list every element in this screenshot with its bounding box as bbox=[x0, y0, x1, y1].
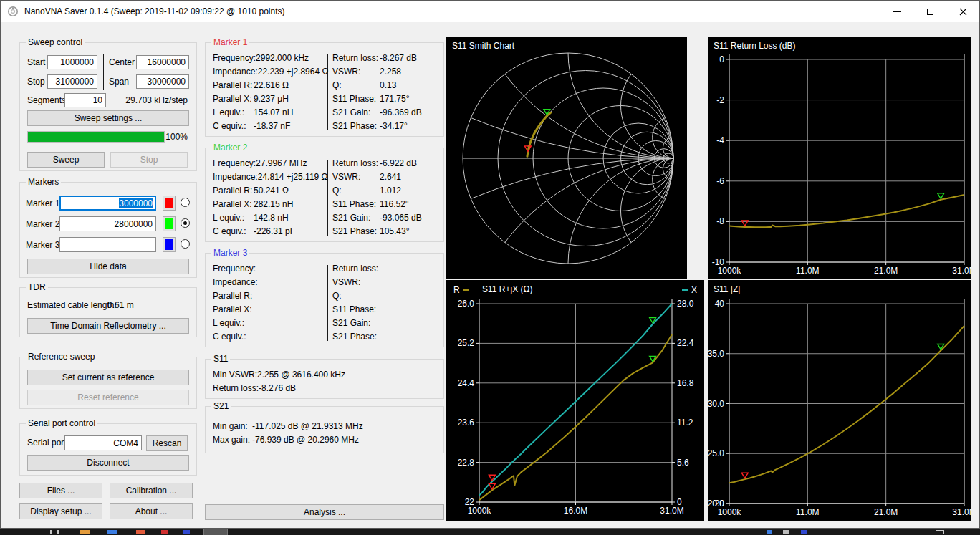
marker-data-row: Parallel R: bbox=[213, 289, 326, 303]
smith-chart[interactable]: S11 Smith Chart bbox=[446, 37, 687, 279]
marker3-data-group: Marker 3 Frequency:Impedance:Parallel R:… bbox=[205, 253, 444, 347]
screen: NanoVNA Saver 0.1.4 (Sweep: 2019-11-02 0… bbox=[0, 0, 980, 535]
min-gain-value: -117.025 dB @ 21.9313 MHz bbox=[252, 420, 363, 433]
marker-data-label: Return loss: bbox=[332, 157, 380, 170]
serial-port-input[interactable]: COM4 bbox=[64, 435, 142, 450]
marker-data-value: 2992.000 kHz bbox=[256, 52, 309, 65]
return-loss-chart[interactable]: S11 Return Loss (dB) 0-2-4-6-8-101000k11… bbox=[708, 37, 971, 279]
marker-data-label: Impedance: bbox=[213, 65, 258, 79]
stop-input[interactable]: 31000000 bbox=[47, 74, 97, 89]
axis-tick-label: 22.4 bbox=[677, 338, 694, 348]
taskbar-icon[interactable] bbox=[183, 530, 190, 534]
marker3-color-swatch[interactable] bbox=[163, 237, 176, 252]
axis-tick-label: 31.0M bbox=[952, 266, 971, 276]
marker-data-value: 9.237 μH bbox=[254, 92, 289, 106]
axis-tick-label: 23.6 bbox=[458, 418, 475, 428]
center-label: Center bbox=[109, 55, 135, 69]
marker3-frequency-input[interactable] bbox=[59, 237, 156, 252]
axis-tick-label: 0 bbox=[719, 54, 724, 64]
tdr-button[interactable]: Time Domain Reflectometry ... bbox=[27, 318, 189, 334]
marker-data-row: S21 Phase:105.43° bbox=[332, 225, 443, 238]
marker-data-row: Impedance:22.239 +j2.8964 Ω bbox=[213, 65, 326, 79]
reset-reference-button[interactable]: Reset reference bbox=[27, 390, 189, 405]
marker3-radio[interactable] bbox=[181, 239, 190, 249]
marker-data-row: S21 Gain:-96.369 dB bbox=[332, 106, 443, 120]
taskbar-icon[interactable] bbox=[161, 530, 168, 534]
marker-data-row: C equiv.:-18.37 nF bbox=[213, 120, 326, 133]
marker-data-row: C equiv.: bbox=[213, 330, 326, 344]
axis-tick-label: 16.0M bbox=[564, 506, 587, 516]
marker-data-label: S21 Gain: bbox=[332, 317, 380, 330]
center-input[interactable]: 16000000 bbox=[136, 55, 189, 69]
titlebar[interactable]: NanoVNA Saver 0.1.4 (Sweep: 2019-11-02 0… bbox=[1, 1, 979, 22]
rjx-chart-title: S11 R+jX (Ω) bbox=[482, 284, 532, 294]
marker1-radio[interactable] bbox=[181, 198, 190, 207]
segments-input[interactable]: 10 bbox=[64, 93, 106, 107]
s11-return-loss-trace bbox=[729, 195, 964, 227]
marker2-color-swatch[interactable] bbox=[163, 216, 176, 231]
s11-smith-trace bbox=[527, 112, 551, 156]
axis-tick-label: 5.6 bbox=[677, 458, 689, 468]
display-setup-button[interactable]: Display setup ... bbox=[19, 503, 102, 519]
smith-chart-title: S11 Smith Chart bbox=[452, 41, 514, 51]
sweep-button[interactable]: Sweep bbox=[27, 152, 105, 168]
marker-data-row: Parallel X: bbox=[213, 303, 326, 317]
marker3-data-right-column: Return loss:VSWR:Q:S11 Phase:S21 Gain:S2… bbox=[332, 262, 443, 344]
marker-data-label: Impedance: bbox=[213, 276, 258, 289]
tray-icon[interactable] bbox=[936, 530, 944, 534]
chart-marker-triangle bbox=[741, 473, 748, 478]
tray-icon[interactable] bbox=[801, 530, 807, 534]
marker1-color-swatch[interactable] bbox=[163, 196, 176, 211]
min-gain-label: Min gain: bbox=[213, 420, 252, 433]
disconnect-button[interactable]: Disconnect bbox=[27, 455, 189, 471]
set-reference-button[interactable]: Set current as reference bbox=[27, 370, 189, 385]
axis-tick-label: 35.0 bbox=[708, 349, 724, 359]
tray-icon[interactable] bbox=[767, 530, 772, 534]
marker-data-row: S21 Phase: bbox=[332, 330, 443, 344]
taskbar-icon[interactable] bbox=[136, 530, 145, 534]
marker3-label: Marker 3 bbox=[26, 238, 59, 252]
taskbar-icon[interactable] bbox=[107, 530, 117, 534]
hide-data-button[interactable]: Hide data bbox=[27, 259, 189, 274]
sweep-settings-button[interactable]: Sweep settings ... bbox=[27, 110, 189, 126]
marker-data-row: Q:1.012 bbox=[332, 184, 443, 198]
taskbar-icon[interactable] bbox=[80, 530, 90, 534]
legend-r-dash bbox=[463, 289, 469, 291]
marker-data-value: -96.369 dB bbox=[380, 106, 422, 120]
marker2-label: Marker 2 bbox=[26, 217, 59, 231]
marker1-data-right-column: Return loss:-8.267 dBVSWR:2.258Q:0.13S11… bbox=[332, 52, 443, 133]
marker-data-label: Q: bbox=[332, 289, 380, 303]
analysis-button[interactable]: Analysis ... bbox=[205, 504, 444, 520]
rjx-chart[interactable]: R S11 R+jX (Ω) X 26.025.224.423.622.8222… bbox=[446, 280, 704, 521]
marker-data-row: Return loss:-8.267 dB bbox=[332, 52, 443, 65]
calibration-button[interactable]: Calibration ... bbox=[110, 483, 193, 498]
span-input[interactable]: 30000000 bbox=[136, 74, 189, 89]
marker-data-label: S21 Gain: bbox=[332, 211, 380, 225]
rescan-button[interactable]: Rescan bbox=[146, 435, 188, 451]
stop-button[interactable]: Stop bbox=[110, 152, 188, 168]
marker-data-row: Parallel R:50.241 Ω bbox=[213, 184, 326, 198]
reference-sweep-group: Reference sweep Set current as reference… bbox=[19, 357, 197, 409]
about-button[interactable]: About ... bbox=[110, 503, 193, 519]
app-icon bbox=[7, 6, 19, 17]
start-input[interactable]: 1000000 bbox=[47, 55, 97, 69]
tray-icon[interactable] bbox=[783, 530, 789, 534]
close-button[interactable] bbox=[946, 1, 979, 22]
z-magnitude-chart[interactable]: S11 |Z| 4035.030.025.020.0201000k11.0M21… bbox=[708, 280, 971, 521]
marker-data-label: C equiv.: bbox=[213, 225, 254, 238]
taskbar[interactable] bbox=[0, 529, 980, 535]
taskbar-active-app[interactable] bbox=[203, 529, 228, 535]
maximize-button[interactable] bbox=[913, 1, 946, 22]
marker1-frequency-input[interactable]: 3000000 bbox=[59, 196, 156, 211]
marker-data-label: VSWR: bbox=[332, 65, 380, 79]
files-button[interactable]: Files ... bbox=[19, 483, 102, 498]
axis-tick-label: -6 bbox=[716, 176, 724, 186]
marker2-radio[interactable] bbox=[181, 218, 190, 228]
axis-tick-label: 25.2 bbox=[458, 338, 475, 348]
minimize-button[interactable] bbox=[880, 1, 913, 22]
axis-tick-label: 1000k bbox=[468, 506, 492, 516]
marker-data-label: Frequency: bbox=[213, 157, 256, 170]
marker2-frequency-input[interactable]: 28000000 bbox=[59, 216, 156, 231]
marker-data-label: Frequency: bbox=[213, 262, 256, 276]
return-loss-chart-title: S11 Return Loss (dB) bbox=[714, 41, 796, 51]
